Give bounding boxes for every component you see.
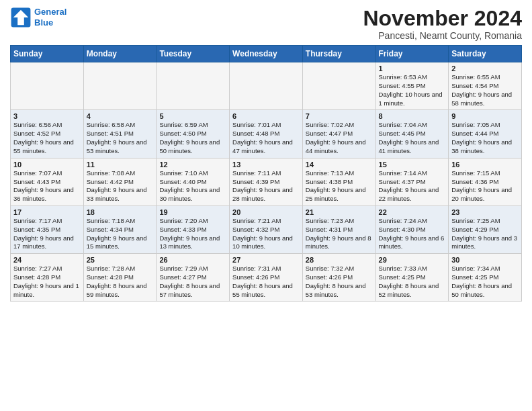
day-info: Sunrise: 7:05 AM Sunset: 4:44 PM Dayligh… bbox=[451, 121, 519, 155]
day-number: 1 bbox=[379, 64, 446, 73]
day-number: 8 bbox=[379, 112, 446, 120]
day-info: Sunrise: 6:58 AM Sunset: 4:51 PM Dayligh… bbox=[87, 121, 154, 155]
day-number: 24 bbox=[13, 256, 81, 264]
day-number: 15 bbox=[379, 161, 446, 169]
logo-line1: General bbox=[34, 7, 66, 17]
day-info: Sunrise: 7:02 AM Sunset: 4:47 PM Dayligh… bbox=[306, 121, 373, 155]
calendar-cell: 17Sunrise: 7:17 AM Sunset: 4:35 PM Dayli… bbox=[11, 205, 84, 253]
day-number: 23 bbox=[451, 208, 519, 216]
calendar-cell: 30Sunrise: 7:34 AM Sunset: 4:25 PM Dayli… bbox=[449, 254, 522, 302]
day-info: Sunrise: 6:56 AM Sunset: 4:52 PM Dayligh… bbox=[13, 121, 81, 155]
day-info: Sunrise: 7:07 AM Sunset: 4:43 PM Dayligh… bbox=[13, 169, 81, 203]
calendar-cell: 19Sunrise: 7:20 AM Sunset: 4:33 PM Dayli… bbox=[157, 205, 230, 253]
day-info: Sunrise: 7:04 AM Sunset: 4:45 PM Dayligh… bbox=[379, 121, 446, 155]
day-number: 4 bbox=[87, 112, 154, 120]
day-number: 6 bbox=[232, 112, 300, 120]
calendar-cell: 7Sunrise: 7:02 AM Sunset: 4:47 PM Daylig… bbox=[302, 110, 375, 158]
day-header-saturday: Saturday bbox=[449, 46, 522, 62]
calendar-cell: 9Sunrise: 7:05 AM Sunset: 4:44 PM Daylig… bbox=[449, 110, 522, 158]
calendar-cell: 29Sunrise: 7:33 AM Sunset: 4:25 PM Dayli… bbox=[375, 254, 449, 302]
calendar-cell: 16Sunrise: 7:15 AM Sunset: 4:36 PM Dayli… bbox=[449, 158, 522, 205]
calendar-cell: 25Sunrise: 7:28 AM Sunset: 4:28 PM Dayli… bbox=[83, 254, 157, 302]
day-info: Sunrise: 7:15 AM Sunset: 4:36 PM Dayligh… bbox=[451, 169, 519, 203]
day-info: Sunrise: 7:31 AM Sunset: 4:26 PM Dayligh… bbox=[232, 265, 300, 299]
day-number: 5 bbox=[159, 112, 226, 120]
day-number: 10 bbox=[13, 161, 81, 169]
calendar-cell: 26Sunrise: 7:29 AM Sunset: 4:27 PM Dayli… bbox=[157, 254, 230, 302]
day-number: 14 bbox=[306, 161, 373, 169]
day-info: Sunrise: 7:24 AM Sunset: 4:30 PM Dayligh… bbox=[379, 217, 446, 251]
day-number: 28 bbox=[306, 256, 373, 264]
day-info: Sunrise: 7:34 AM Sunset: 4:25 PM Dayligh… bbox=[451, 265, 519, 299]
calendar-cell bbox=[11, 62, 84, 110]
day-number: 26 bbox=[159, 256, 226, 264]
week-row-5: 24Sunrise: 7:27 AM Sunset: 4:28 PM Dayli… bbox=[11, 254, 522, 302]
day-info: Sunrise: 7:27 AM Sunset: 4:28 PM Dayligh… bbox=[13, 265, 81, 299]
day-info: Sunrise: 6:53 AM Sunset: 4:55 PM Dayligh… bbox=[379, 73, 446, 107]
day-info: Sunrise: 7:29 AM Sunset: 4:27 PM Dayligh… bbox=[159, 265, 226, 299]
day-info: Sunrise: 7:10 AM Sunset: 4:40 PM Dayligh… bbox=[159, 169, 226, 203]
day-number: 21 bbox=[306, 208, 373, 216]
day-info: Sunrise: 7:21 AM Sunset: 4:32 PM Dayligh… bbox=[232, 217, 300, 251]
calendar-cell: 15Sunrise: 7:14 AM Sunset: 4:37 PM Dayli… bbox=[375, 158, 449, 205]
day-header-friday: Friday bbox=[375, 46, 449, 62]
day-info: Sunrise: 7:23 AM Sunset: 4:31 PM Dayligh… bbox=[306, 217, 373, 251]
title-section: November 2024 Pancesti, Neamt County, Ro… bbox=[363, 7, 522, 41]
day-info: Sunrise: 7:33 AM Sunset: 4:25 PM Dayligh… bbox=[379, 265, 446, 299]
day-number: 11 bbox=[87, 161, 154, 169]
day-info: Sunrise: 7:25 AM Sunset: 4:29 PM Dayligh… bbox=[451, 217, 519, 251]
calendar-cell: 24Sunrise: 7:27 AM Sunset: 4:28 PM Dayli… bbox=[11, 254, 84, 302]
calendar-cell: 22Sunrise: 7:24 AM Sunset: 4:30 PM Dayli… bbox=[375, 205, 449, 253]
day-number: 13 bbox=[232, 161, 300, 169]
day-info: Sunrise: 7:18 AM Sunset: 4:34 PM Dayligh… bbox=[87, 217, 154, 251]
day-number: 19 bbox=[159, 208, 226, 216]
calendar-cell bbox=[302, 62, 375, 110]
day-number: 30 bbox=[451, 256, 519, 264]
calendar-table: SundayMondayTuesdayWednesdayThursdayFrid… bbox=[10, 45, 522, 302]
calendar-cell: 5Sunrise: 6:59 AM Sunset: 4:50 PM Daylig… bbox=[157, 110, 230, 158]
day-header-thursday: Thursday bbox=[302, 46, 375, 62]
day-info: Sunrise: 7:01 AM Sunset: 4:48 PM Dayligh… bbox=[232, 121, 300, 155]
day-number: 3 bbox=[13, 112, 81, 120]
page-header: General Blue November 2024 Pancesti, Nea… bbox=[10, 7, 522, 41]
day-number: 22 bbox=[379, 208, 446, 216]
day-info: Sunrise: 7:17 AM Sunset: 4:35 PM Dayligh… bbox=[13, 217, 81, 251]
calendar-cell: 21Sunrise: 7:23 AM Sunset: 4:31 PM Dayli… bbox=[302, 205, 375, 253]
day-info: Sunrise: 6:55 AM Sunset: 4:54 PM Dayligh… bbox=[451, 73, 519, 107]
calendar-cell: 14Sunrise: 7:13 AM Sunset: 4:38 PM Dayli… bbox=[302, 158, 375, 205]
day-number: 27 bbox=[232, 256, 300, 264]
calendar-cell: 13Sunrise: 7:11 AM Sunset: 4:39 PM Dayli… bbox=[230, 158, 303, 205]
location-subtitle: Pancesti, Neamt County, Romania bbox=[363, 30, 522, 41]
day-info: Sunrise: 7:28 AM Sunset: 4:28 PM Dayligh… bbox=[87, 265, 154, 299]
calendar-cell: 10Sunrise: 7:07 AM Sunset: 4:43 PM Dayli… bbox=[11, 158, 84, 205]
day-number: 16 bbox=[451, 161, 519, 169]
week-row-3: 10Sunrise: 7:07 AM Sunset: 4:43 PM Dayli… bbox=[11, 158, 522, 205]
calendar-cell: 20Sunrise: 7:21 AM Sunset: 4:32 PM Dayli… bbox=[230, 205, 303, 253]
calendar-cell: 12Sunrise: 7:10 AM Sunset: 4:40 PM Dayli… bbox=[157, 158, 230, 205]
calendar-cell: 1Sunrise: 6:53 AM Sunset: 4:55 PM Daylig… bbox=[375, 62, 449, 110]
calendar-body: 1Sunrise: 6:53 AM Sunset: 4:55 PM Daylig… bbox=[11, 62, 522, 302]
calendar-cell: 28Sunrise: 7:32 AM Sunset: 4:26 PM Dayli… bbox=[302, 254, 375, 302]
week-row-4: 17Sunrise: 7:17 AM Sunset: 4:35 PM Dayli… bbox=[11, 205, 522, 253]
day-number: 9 bbox=[451, 112, 519, 120]
day-header-sunday: Sunday bbox=[11, 46, 84, 62]
day-number: 7 bbox=[306, 112, 373, 120]
day-info: Sunrise: 7:14 AM Sunset: 4:37 PM Dayligh… bbox=[379, 169, 446, 203]
day-number: 20 bbox=[232, 208, 300, 216]
calendar-cell: 11Sunrise: 7:08 AM Sunset: 4:42 PM Dayli… bbox=[83, 158, 157, 205]
day-header-tuesday: Tuesday bbox=[157, 46, 230, 62]
day-number: 18 bbox=[87, 208, 154, 216]
calendar-cell bbox=[83, 62, 157, 110]
calendar-cell: 3Sunrise: 6:56 AM Sunset: 4:52 PM Daylig… bbox=[11, 110, 84, 158]
calendar-cell: 6Sunrise: 7:01 AM Sunset: 4:48 PM Daylig… bbox=[230, 110, 303, 158]
day-header-monday: Monday bbox=[83, 46, 157, 62]
calendar-cell: 23Sunrise: 7:25 AM Sunset: 4:29 PM Dayli… bbox=[449, 205, 522, 253]
calendar-cell: 27Sunrise: 7:31 AM Sunset: 4:26 PM Dayli… bbox=[230, 254, 303, 302]
calendar-header-row: SundayMondayTuesdayWednesdayThursdayFrid… bbox=[11, 46, 522, 62]
day-info: Sunrise: 7:20 AM Sunset: 4:33 PM Dayligh… bbox=[159, 217, 226, 251]
logo-icon bbox=[10, 7, 32, 28]
day-number: 25 bbox=[87, 256, 154, 264]
logo-text: General Blue bbox=[34, 7, 66, 28]
logo: General Blue bbox=[10, 7, 66, 28]
day-number: 29 bbox=[379, 256, 446, 264]
